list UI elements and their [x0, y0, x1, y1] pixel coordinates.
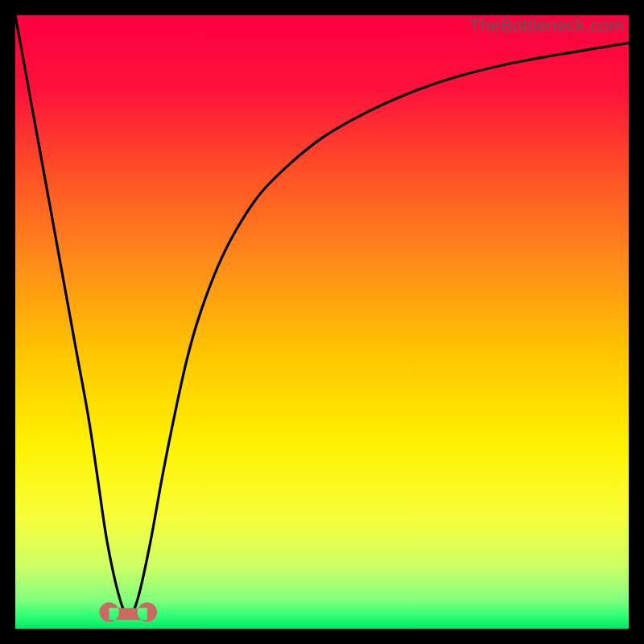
bottleneck-chart: [15, 15, 629, 629]
watermark-text: TheBottleneck.com: [469, 15, 624, 36]
chart-frame: TheBottleneck.com: [15, 15, 629, 629]
